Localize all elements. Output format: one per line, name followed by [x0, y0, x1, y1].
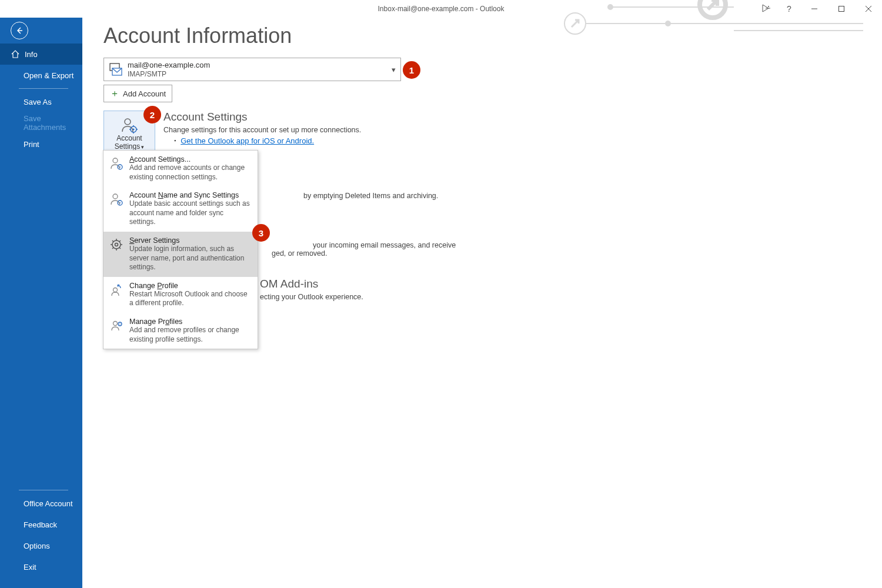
svg-point-38: [113, 288, 118, 292]
svg-point-8: [768, 6, 769, 7]
mailbox-desc-fragment: by emptying Deleted Items and archiving.: [303, 192, 861, 200]
menu-change-profile[interactable]: Change ProfileRestart Microsoft Outlook …: [103, 277, 258, 313]
nav-feedback[interactable]: Feedback: [0, 514, 82, 535]
annotation-2: 2: [143, 106, 161, 123]
menu-account-settings[interactable]: Account Settings...Add and remove accoun…: [103, 151, 258, 186]
nav-info-label: Info: [25, 50, 38, 59]
gear-icon: [109, 238, 123, 253]
svg-point-27: [119, 202, 121, 203]
menu-desc: Update basic account settings such as ac…: [129, 199, 250, 227]
get-outlook-app-link[interactable]: Get the Outlook app for iOS or Android.: [181, 136, 314, 145]
file-sidebar: Info Open & Export Save As Save Attachme…: [0, 18, 82, 588]
user-gear-icon: [121, 116, 138, 134]
nav-exit[interactable]: Exit: [0, 556, 82, 577]
back-button[interactable]: [0, 18, 82, 44]
page-title: Account Information: [103, 24, 861, 48]
nav-print[interactable]: Print: [0, 133, 82, 155]
annotation-3: 3: [252, 224, 270, 242]
menu-title: Account Settings...: [129, 155, 250, 163]
svg-line-35: [119, 248, 121, 249]
annotation-1: 1: [403, 61, 420, 79]
menu-desc: Add and remove profiles or change existi…: [129, 326, 250, 344]
menu-title: Account Name and Sync Settings: [129, 191, 250, 199]
nav-separator: [19, 88, 68, 89]
svg-point-39: [113, 321, 118, 325]
menu-desc: Restart Microsoft Outlook and choose a d…: [129, 290, 250, 308]
account-dropdown-arrow-icon: ▾: [386, 65, 400, 74]
svg-rect-10: [839, 6, 844, 12]
account-selector[interactable]: mail@one-example.com IMAP/SMTP ▾: [103, 58, 401, 81]
title-bar: Inbox-mail@one-example.com - Outlook ?: [0, 0, 882, 18]
nav-save-as[interactable]: Save As: [0, 91, 82, 112]
user-swap-icon: [109, 283, 123, 299]
nav-save-attachments: Save Attachments: [0, 112, 82, 133]
menu-title: Server Settings: [129, 236, 250, 245]
menu-server-settings[interactable]: Server SettingsUpdate login information,…: [103, 232, 258, 277]
help-icon[interactable]: ?: [777, 4, 801, 14]
plus-icon: ＋: [110, 88, 119, 100]
window-title: Inbox-mail@one-example.com - Outlook: [378, 5, 505, 13]
nav-info[interactable]: Info: [0, 44, 82, 65]
nav-open-export[interactable]: Open & Export: [0, 65, 82, 86]
svg-line-36: [112, 248, 113, 249]
menu-desc: Update login information, such as server…: [129, 245, 250, 272]
menu-title: Manage Profiles: [129, 318, 250, 326]
user-gear-icon: [109, 192, 123, 208]
menu-title: Change Profile: [129, 282, 250, 290]
svg-point-24: [119, 166, 121, 168]
menu-desc: Add and remove accounts or change existi…: [129, 163, 250, 182]
addins-heading-fragment: OM Add-ins: [260, 278, 861, 290]
svg-point-25: [113, 194, 118, 199]
add-account-button[interactable]: ＋ Add Account: [103, 85, 172, 102]
account-settings-dropdown: Account Settings...Add and remove accoun…: [103, 150, 258, 349]
svg-point-22: [113, 158, 118, 163]
nav-options[interactable]: Options: [0, 535, 82, 556]
coming-soon-icon[interactable]: [754, 4, 777, 15]
nav-separator-bottom: [19, 490, 68, 490]
svg-line-37: [119, 240, 121, 242]
close-button[interactable]: [855, 0, 882, 18]
add-account-label: Add Account: [123, 89, 166, 98]
menu-manage-profiles[interactable]: Manage ProfilesAdd and remove profiles o…: [103, 313, 258, 349]
rules-desc-fragment-2: ged, or removed.: [272, 249, 861, 258]
account-email: mail@one-example.com: [128, 61, 386, 70]
svg-line-34: [112, 240, 113, 242]
user-gear-icon: [109, 156, 123, 172]
svg-point-15: [125, 119, 131, 125]
maximize-button[interactable]: [828, 0, 855, 18]
account-settings-heading: Account Settings: [163, 111, 361, 123]
account-settings-desc: Change settings for this account or set …: [163, 126, 361, 134]
user-gear-icon: [109, 319, 123, 335]
svg-point-28: [112, 240, 121, 249]
addins-desc-fragment: ecting your Outlook experience.: [260, 293, 861, 301]
minimize-button[interactable]: [801, 0, 828, 18]
svg-point-17: [133, 128, 135, 130]
menu-account-name-sync[interactable]: Account Name and Sync SettingsUpdate bas…: [103, 186, 258, 232]
svg-point-29: [115, 243, 118, 246]
rules-desc-fragment-1: your incoming email messages, and receiv…: [313, 241, 861, 249]
account-protocol: IMAP/SMTP: [128, 70, 386, 78]
mail-account-icon: [104, 62, 128, 77]
svg-point-41: [119, 323, 121, 325]
home-icon: [11, 49, 20, 59]
nav-office-account[interactable]: Office Account: [0, 493, 82, 514]
